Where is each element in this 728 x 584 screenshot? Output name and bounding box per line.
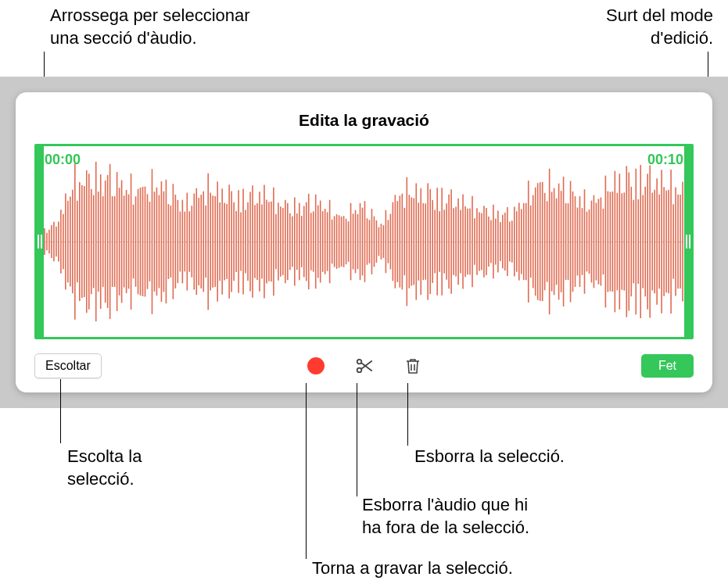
toolbar-center [303, 353, 426, 379]
trim-handle-right[interactable] [684, 146, 692, 337]
callout-delete: Esborra la selecció. [414, 446, 565, 468]
toolbar: Escoltar [34, 350, 694, 382]
trim-button[interactable] [351, 353, 378, 379]
callout-drag-select: Arrossega per seleccionar una secció d'à… [50, 5, 250, 49]
svg-line-282 [360, 363, 371, 371]
callout-line [407, 383, 408, 446]
callout-trim: Esborra l'àudio que hi ha fora de la sel… [362, 494, 529, 539]
scissors-icon [354, 356, 375, 376]
record-icon [307, 357, 325, 374]
waveform-selection-area[interactable]: 00:00 00:10 [34, 144, 694, 339]
delete-button[interactable] [400, 353, 426, 379]
record-button[interactable] [303, 353, 329, 379]
callout-listen: Escolta la selecció. [67, 446, 142, 490]
callout-rerecord: Torna a gravar la selecció. [312, 557, 513, 580]
editor-panel: Edita la gravació 00:00 00:10 Escoltar [16, 92, 712, 392]
trash-icon [403, 356, 422, 376]
callout-line [357, 383, 357, 496]
svg-line-283 [360, 361, 371, 370]
callout-exit-edit: Surt del mode d'edició. [606, 5, 713, 49]
callout-line [60, 379, 61, 443]
callout-line [306, 383, 307, 559]
waveform-display [37, 146, 691, 337]
listen-button[interactable]: Escoltar [34, 353, 102, 378]
panel-title: Edita la gravació [16, 111, 712, 130]
trim-handle-left[interactable] [36, 146, 44, 337]
done-button[interactable]: Fet [641, 354, 694, 378]
